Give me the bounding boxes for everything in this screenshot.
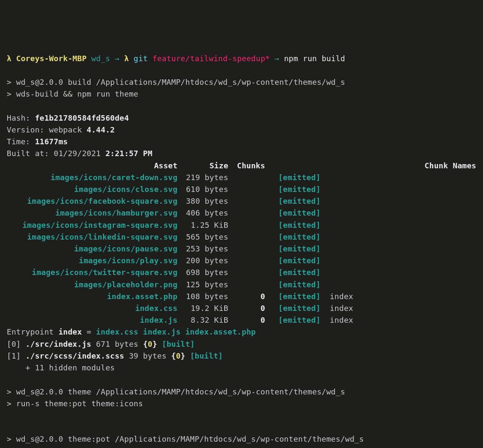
npm-echo: > run-s theme:pot theme:icons	[7, 399, 143, 408]
webpack-built-at: Built at: 01/29/2021 2:21:57 PM	[7, 149, 153, 158]
entrypoint-line: Entrypoint index = index.css index.js in…	[7, 327, 256, 336]
npm-echo: > wd_s@2.0.0 build /Applications/MAMP/ht…	[7, 78, 345, 86]
asset-row: index.asset.php108 bytes0[emitted]index	[7, 291, 476, 302]
asset-row: images/icons/twitter-square.svg698 bytes…	[7, 267, 476, 278]
asset-table-body: images/icons/caret-down.svg219 bytes[emi…	[7, 172, 476, 327]
host: Coreys-Work-MBP	[16, 54, 86, 63]
asset-row: images/icons/instagram-square.svg1.25 Ki…	[7, 219, 476, 231]
asset-row: images/icons/play.svg200 bytes[emitted]	[7, 255, 476, 267]
asset-row: images/placeholder.png125 bytes[emitted]	[7, 279, 476, 291]
asset-row: images/icons/pause.svg253 bytes[emitted]	[7, 243, 476, 255]
asset-row: index.css19.2 KiB0[emitted]index	[7, 302, 476, 314]
module-line: [0] ./src/index.js 671 bytes {0} [built]	[7, 340, 195, 348]
cwd: wd_s	[91, 54, 110, 63]
lambda-icon: λ	[124, 54, 129, 63]
webpack-version: Version: webpack 4.44.2	[7, 125, 115, 134]
asset-row: images/icons/hamburger.svg406 bytes[emit…	[7, 207, 476, 219]
asset-table-header: AssetSizeChunksChunk Names	[7, 160, 476, 172]
npm-echo: > wds-build && npm run theme	[7, 89, 138, 98]
asset-row: images/icons/caret-down.svg219 bytes[emi…	[7, 172, 476, 184]
terminal-output[interactable]: λ Coreys-Work-MBP wd_s → λ git feature/t…	[7, 53, 476, 448]
asset-row: index.js8.32 KiB0[emitted]index	[7, 314, 476, 326]
webpack-hash: Hash: fe1b21780584fd560de4	[7, 113, 129, 122]
module-line: [1] ./src/scss/index.scss 39 bytes {0} […	[7, 351, 223, 360]
asset-row: images/icons/linkedin-square.svg565 byte…	[7, 231, 476, 243]
npm-echo: > wd_s@2.0.0 theme /Applications/MAMP/ht…	[7, 387, 345, 396]
npm-echo: > wp i18n make-pot . build/languages/_s.…	[7, 447, 378, 448]
webpack-time: Time: 11677ms	[7, 137, 68, 146]
command-text: npm run build	[284, 54, 345, 63]
asset-row: images/icons/close.svg610 bytes[emitted]	[7, 184, 476, 195]
hidden-modules: + 11 hidden modules	[7, 363, 115, 372]
lambda-icon: λ	[7, 54, 11, 63]
git-label: git	[134, 54, 148, 63]
npm-echo: > wd_s@2.0.0 theme:pot /Applications/MAM…	[7, 435, 364, 443]
arrow-icon: →	[115, 54, 119, 63]
git-branch: feature/tailwind-speedup*	[153, 54, 270, 63]
prompt-line: λ Coreys-Work-MBP wd_s → λ git feature/t…	[7, 54, 345, 63]
asset-row: images/icons/facebook-square.svg380 byte…	[7, 195, 476, 207]
arrow-icon: →	[275, 54, 279, 63]
